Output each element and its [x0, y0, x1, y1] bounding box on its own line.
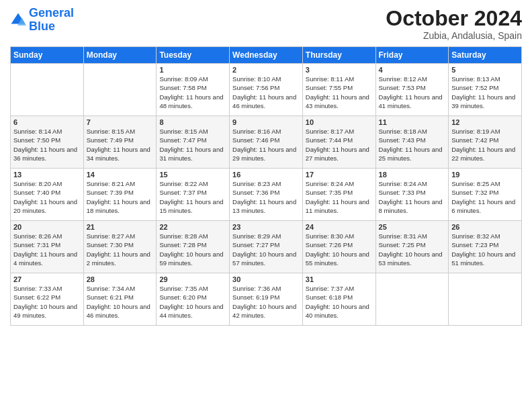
- calendar-cell: 31Sunrise: 7:37 AM Sunset: 6:18 PM Dayli…: [302, 273, 375, 326]
- day-info: Sunrise: 8:18 AM Sunset: 7:43 PM Dayligh…: [379, 127, 446, 163]
- calendar-cell: 16Sunrise: 8:23 AM Sunset: 7:36 PM Dayli…: [230, 169, 303, 221]
- day-number: 24: [306, 223, 373, 231]
- day-header-monday: Monday: [83, 47, 157, 64]
- day-info: Sunrise: 8:16 AM Sunset: 7:46 PM Dayligh…: [232, 127, 300, 163]
- day-header-sunday: Sunday: [11, 47, 84, 64]
- month-title: October 2024: [386, 7, 522, 30]
- day-info: Sunrise: 8:22 AM Sunset: 7:37 PM Dayligh…: [159, 179, 226, 215]
- day-number: 23: [232, 223, 300, 231]
- day-info: Sunrise: 8:19 AM Sunset: 7:42 PM Dayligh…: [451, 127, 519, 163]
- day-header-tuesday: Tuesday: [157, 47, 230, 64]
- logo-icon: [10, 12, 26, 28]
- day-info: Sunrise: 7:37 AM Sunset: 6:18 PM Dayligh…: [306, 284, 373, 320]
- day-info: Sunrise: 8:30 AM Sunset: 7:26 PM Dayligh…: [306, 232, 373, 267]
- calendar-table: SundayMondayTuesdayWednesdayThursdayFrid…: [10, 46, 522, 326]
- day-number: 17: [306, 171, 373, 179]
- calendar-cell: 14Sunrise: 8:21 AM Sunset: 7:39 PM Dayli…: [83, 169, 157, 221]
- day-info: Sunrise: 8:21 AM Sunset: 7:39 PM Dayligh…: [87, 179, 154, 215]
- day-number: 1: [159, 66, 226, 74]
- calendar-cell: 21Sunrise: 8:27 AM Sunset: 7:30 PM Dayli…: [83, 221, 157, 273]
- day-header-friday: Friday: [375, 47, 449, 64]
- day-info: Sunrise: 7:35 AM Sunset: 6:20 PM Dayligh…: [159, 284, 226, 320]
- day-number: 2: [232, 66, 300, 74]
- day-number: 19: [451, 171, 519, 179]
- day-number: 30: [232, 275, 300, 283]
- calendar-cell: [375, 273, 449, 326]
- calendar-cell: 2Sunrise: 8:10 AM Sunset: 7:56 PM Daylig…: [230, 64, 303, 116]
- day-number: 5: [451, 66, 519, 74]
- day-number: 9: [232, 118, 300, 126]
- day-info: Sunrise: 8:20 AM Sunset: 7:40 PM Dayligh…: [13, 179, 81, 215]
- day-number: 28: [87, 275, 154, 283]
- calendar-cell: [11, 64, 84, 116]
- day-number: 8: [159, 118, 226, 126]
- day-header-wednesday: Wednesday: [230, 47, 303, 64]
- day-info: Sunrise: 8:29 AM Sunset: 7:27 PM Dayligh…: [232, 232, 300, 267]
- calendar-cell: 30Sunrise: 7:36 AM Sunset: 6:19 PM Dayli…: [230, 273, 303, 326]
- day-number: 25: [379, 223, 446, 231]
- calendar-cell: 8Sunrise: 8:15 AM Sunset: 7:47 PM Daylig…: [157, 116, 230, 169]
- day-number: 31: [306, 275, 373, 283]
- calendar-cell: 23Sunrise: 8:29 AM Sunset: 7:27 PM Dayli…: [230, 221, 303, 273]
- day-info: Sunrise: 8:24 AM Sunset: 7:33 PM Dayligh…: [379, 179, 446, 215]
- day-number: 26: [451, 223, 519, 231]
- day-number: 11: [379, 118, 446, 126]
- calendar-cell: [449, 273, 522, 326]
- calendar-cell: 13Sunrise: 8:20 AM Sunset: 7:40 PM Dayli…: [11, 169, 84, 221]
- week-row-5: 27Sunrise: 7:33 AM Sunset: 6:22 PM Dayli…: [11, 273, 522, 326]
- day-info: Sunrise: 8:11 AM Sunset: 7:55 PM Dayligh…: [306, 75, 373, 110]
- day-info: Sunrise: 7:36 AM Sunset: 6:19 PM Dayligh…: [232, 284, 300, 320]
- logo-text: General Blue: [29, 7, 74, 34]
- calendar-cell: 9Sunrise: 8:16 AM Sunset: 7:46 PM Daylig…: [230, 116, 303, 169]
- calendar-cell: 26Sunrise: 8:32 AM Sunset: 7:23 PM Dayli…: [449, 221, 522, 273]
- calendar-cell: 6Sunrise: 8:14 AM Sunset: 7:50 PM Daylig…: [11, 116, 84, 169]
- calendar-cell: 12Sunrise: 8:19 AM Sunset: 7:42 PM Dayli…: [449, 116, 522, 169]
- logo: General Blue: [10, 7, 74, 34]
- calendar-cell: 7Sunrise: 8:15 AM Sunset: 7:49 PM Daylig…: [83, 116, 157, 169]
- day-number: 29: [159, 275, 226, 283]
- day-info: Sunrise: 7:33 AM Sunset: 6:22 PM Dayligh…: [13, 284, 81, 320]
- day-number: 22: [159, 223, 226, 231]
- day-number: 27: [13, 275, 81, 283]
- calendar-cell: 15Sunrise: 8:22 AM Sunset: 7:37 PM Dayli…: [157, 169, 230, 221]
- day-number: 13: [13, 171, 81, 179]
- day-header-thursday: Thursday: [302, 47, 375, 64]
- calendar-cell: 24Sunrise: 8:30 AM Sunset: 7:26 PM Dayli…: [302, 221, 375, 273]
- calendar-cell: 10Sunrise: 8:17 AM Sunset: 7:44 PM Dayli…: [302, 116, 375, 169]
- day-info: Sunrise: 8:32 AM Sunset: 7:23 PM Dayligh…: [451, 232, 519, 267]
- calendar-cell: [83, 64, 157, 116]
- day-info: Sunrise: 8:09 AM Sunset: 7:58 PM Dayligh…: [159, 75, 226, 110]
- day-number: 10: [306, 118, 373, 126]
- title-block: October 2024 Zubia, Andalusia, Spain: [386, 7, 522, 41]
- calendar-cell: 28Sunrise: 7:34 AM Sunset: 6:21 PM Dayli…: [83, 273, 157, 326]
- day-info: Sunrise: 8:15 AM Sunset: 7:47 PM Dayligh…: [159, 127, 226, 163]
- day-number: 7: [87, 118, 154, 126]
- location: Zubia, Andalusia, Spain: [386, 30, 522, 41]
- day-header-saturday: Saturday: [449, 47, 522, 64]
- day-info: Sunrise: 8:31 AM Sunset: 7:25 PM Dayligh…: [379, 232, 446, 267]
- day-info: Sunrise: 7:34 AM Sunset: 6:21 PM Dayligh…: [87, 284, 154, 320]
- calendar-cell: 27Sunrise: 7:33 AM Sunset: 6:22 PM Dayli…: [11, 273, 84, 326]
- calendar-cell: 4Sunrise: 8:12 AM Sunset: 7:53 PM Daylig…: [375, 64, 449, 116]
- logo-line1: General: [29, 6, 74, 19]
- calendar-cell: 29Sunrise: 7:35 AM Sunset: 6:20 PM Dayli…: [157, 273, 230, 326]
- week-row-3: 13Sunrise: 8:20 AM Sunset: 7:40 PM Dayli…: [11, 169, 522, 221]
- day-number: 4: [379, 66, 446, 74]
- day-info: Sunrise: 8:17 AM Sunset: 7:44 PM Dayligh…: [306, 127, 373, 163]
- calendar-cell: 3Sunrise: 8:11 AM Sunset: 7:55 PM Daylig…: [302, 64, 375, 116]
- calendar-cell: 25Sunrise: 8:31 AM Sunset: 7:25 PM Dayli…: [375, 221, 449, 273]
- week-row-1: 1Sunrise: 8:09 AM Sunset: 7:58 PM Daylig…: [11, 64, 522, 116]
- day-info: Sunrise: 8:28 AM Sunset: 7:28 PM Dayligh…: [159, 232, 226, 267]
- day-info: Sunrise: 8:23 AM Sunset: 7:36 PM Dayligh…: [232, 179, 300, 215]
- week-row-4: 20Sunrise: 8:26 AM Sunset: 7:31 PM Dayli…: [11, 221, 522, 273]
- calendar-cell: 1Sunrise: 8:09 AM Sunset: 7:58 PM Daylig…: [157, 64, 230, 116]
- header-row: SundayMondayTuesdayWednesdayThursdayFrid…: [11, 47, 522, 64]
- header: General Blue October 2024 Zubia, Andalus…: [10, 7, 522, 41]
- day-info: Sunrise: 8:25 AM Sunset: 7:32 PM Dayligh…: [451, 179, 519, 215]
- day-info: Sunrise: 8:10 AM Sunset: 7:56 PM Dayligh…: [232, 75, 300, 110]
- calendar-cell: 19Sunrise: 8:25 AM Sunset: 7:32 PM Dayli…: [449, 169, 522, 221]
- day-info: Sunrise: 8:14 AM Sunset: 7:50 PM Dayligh…: [13, 127, 81, 163]
- day-number: 20: [13, 223, 81, 231]
- calendar-cell: 11Sunrise: 8:18 AM Sunset: 7:43 PM Dayli…: [375, 116, 449, 169]
- day-info: Sunrise: 8:24 AM Sunset: 7:35 PM Dayligh…: [306, 179, 373, 215]
